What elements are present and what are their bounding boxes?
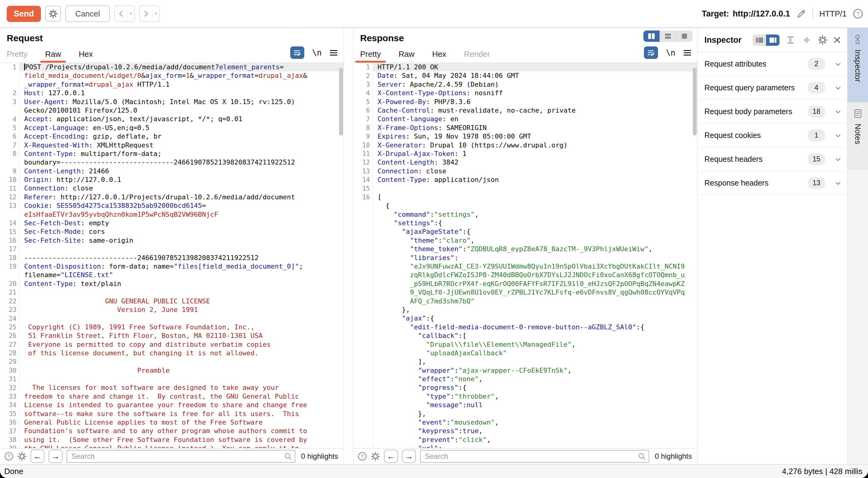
code-line[interactable]: 15Sec-Fetch-Mode: cors xyxy=(0,228,344,236)
help-icon[interactable]: ? xyxy=(853,8,863,19)
menu-icon[interactable] xyxy=(683,49,691,57)
chevron-down-icon[interactable] xyxy=(834,108,842,115)
code-line[interactable]: "command":"settings", xyxy=(353,210,698,219)
code-line[interactable]: 36General Public License applies to most… xyxy=(0,418,344,427)
code-line[interactable]: "theme_token":"ZQDBULqR8_eypZ8eA78_8azcT… xyxy=(353,245,698,253)
code-line[interactable]: 9Expires: Sun, 19 Nov 1978 05:00:00 GMT xyxy=(353,132,698,141)
code-line[interactable]: "event":"mousedown", xyxy=(353,418,698,427)
http-version-selector[interactable]: HTTP/1 xyxy=(819,9,847,19)
menu-icon[interactable] xyxy=(330,49,338,57)
code-line[interactable]: { xyxy=(353,202,698,210)
code-line[interactable]: 38using it. (Some other Free Software Fo… xyxy=(0,436,344,444)
code-line[interactable]: 24 xyxy=(0,314,344,323)
code-line[interactable]: 18----------------------------2466190785… xyxy=(0,253,344,262)
word-wrap-toggle-button[interactable] xyxy=(644,47,658,59)
tab-request-raw[interactable]: Raw xyxy=(45,50,61,59)
dock-left-button[interactable] xyxy=(753,34,766,46)
cancel-button[interactable]: Cancel xyxy=(65,5,110,22)
chevron-down-icon[interactable] xyxy=(834,84,842,92)
code-line[interactable]: zqRlkgDdlcFWZoISJP8-ZM40dBBQoOrbX7DYsLJ2… xyxy=(353,271,698,279)
code-line[interactable]: 10Origin: http://127.0.0.1 xyxy=(0,176,344,184)
word-wrap-toggle-button[interactable] xyxy=(290,47,304,59)
code-line[interactable]: 16[ xyxy=(353,193,698,202)
code-line[interactable]: 19Content-Disposition: form-data; name="… xyxy=(0,262,344,271)
side-tab-inspector[interactable]: Inspector xyxy=(847,28,868,102)
code-line[interactable]: 13Cookie: SESS05d4275ca1538832b5ab92000b… xyxy=(0,202,344,210)
code-line[interactable]: 16Sec-Fetch-Site: same-origin xyxy=(0,236,344,245)
code-line[interactable]: 28 of this license document, but changin… xyxy=(0,349,344,357)
send-button[interactable]: Send xyxy=(7,6,41,22)
code-line[interactable]: "wrapper":"ajax-wrapper--CFoEkE9TnSk", xyxy=(353,366,698,375)
next-dropdown-arrow[interactable] xyxy=(153,12,159,15)
inspector-settings-gear-icon[interactable] xyxy=(818,35,828,45)
search-settings-gear-icon[interactable] xyxy=(18,452,27,461)
code-line[interactable]: "uploadAjaxCallback" xyxy=(353,349,698,357)
code-line[interactable]: 12Referer: http://127.0.0.1/Projects/dru… xyxy=(0,193,344,202)
code-line[interactable]: Gecko/20100101 Firefox/125.0 xyxy=(0,106,344,115)
code-line[interactable]: 3User-Agent: Mozilla/5.0 (Macintosh; Int… xyxy=(0,98,344,106)
expand-all-icon[interactable] xyxy=(786,36,795,44)
code-line[interactable]: 39the GNU Lesser General Public License … xyxy=(0,444,344,448)
code-line[interactable]: "progress":{ xyxy=(353,383,698,392)
code-line[interactable]: 7Content-language: en xyxy=(353,115,698,123)
code-line[interactable]: 14Sec-Fetch-Dest: empty xyxy=(0,219,344,228)
code-line[interactable]: AFQ_c7md3shm7bQ" xyxy=(353,297,698,305)
tab-response-render[interactable]: Render xyxy=(464,50,490,59)
code-line[interactable]: 25 Copyright (C) 1989, 1991 Free Softwar… xyxy=(0,323,344,331)
code-line[interactable]: 4X-Content-Type-Options: nosniff xyxy=(353,89,698,97)
tab-response-pretty[interactable]: Pretty xyxy=(360,50,381,59)
collapse-all-icon[interactable] xyxy=(802,36,811,44)
chevron-down-icon[interactable] xyxy=(834,132,842,139)
code-line[interactable]: 20Content-Type: text/plain xyxy=(0,279,344,288)
inspector-section[interactable]: Request headers15 xyxy=(698,147,847,171)
request-editor[interactable]: 1POST /Projects/drupal-10.2.6/media/add/… xyxy=(0,63,344,448)
code-line[interactable]: 33freedom to share and change it. By con… xyxy=(0,392,344,401)
code-line[interactable]: 6Accept-Encoding: gzip, deflate, br xyxy=(0,132,344,141)
code-line[interactable]: 7X-Requested-With: XMLHttpRequest xyxy=(0,141,344,150)
code-line[interactable]: 14Content-Type: application/json xyxy=(353,176,698,184)
code-line[interactable]: 3Server: Apache/2.4.59 (Debian) xyxy=(353,80,698,89)
request-search-input[interactable] xyxy=(66,450,296,463)
tab-response-raw[interactable]: Raw xyxy=(399,50,414,59)
code-line[interactable]: 9_VQqLf0-JjUEwn8U1ov0EY_rZPBLJ1Yc7KLFsfq… xyxy=(353,288,698,297)
code-line[interactable]: 10X-Generator: Drupal 10 (https://www.dr… xyxy=(353,141,698,150)
code-line[interactable]: 29 xyxy=(0,357,344,366)
code-line[interactable]: 12Content-Length: 3842 xyxy=(353,158,698,167)
code-line[interactable]: 5X-Powered-By: PHP/8.3.6 xyxy=(353,98,698,106)
show-newlines-button[interactable]: \n xyxy=(666,48,675,57)
code-line[interactable]: 4Accept: application/json, text/javascri… xyxy=(0,115,344,123)
code-line[interactable]: "url": xyxy=(353,444,698,448)
code-line[interactable]: 32 The licenses for most software are de… xyxy=(0,383,344,392)
dock-right-button[interactable] xyxy=(766,34,779,46)
chevron-down-icon[interactable] xyxy=(834,179,842,187)
code-line[interactable]: 15 xyxy=(353,184,698,192)
code-line[interactable]: "ajaxPageState":{ xyxy=(353,228,698,236)
tab-request-hex[interactable]: Hex xyxy=(79,50,93,59)
code-line[interactable]: 30 Preamble xyxy=(0,366,344,375)
previous-dropdown-arrow[interactable] xyxy=(128,12,134,15)
code-line[interactable]: _pS9HLbR7ROcrPX4f-eqKGrOQ00FAFYFsR7IFZL9… xyxy=(353,279,698,288)
code-line[interactable]: 22 GNU GENERAL PUBLIC LICENSE xyxy=(0,297,344,305)
tab-request-pretty[interactable]: Pretty xyxy=(7,50,28,59)
request-scrollbar[interactable] xyxy=(339,68,343,136)
code-line[interactable]: _wrapper_format=drupal_ajax HTTP/1.1 xyxy=(0,80,344,89)
code-line[interactable]: }, xyxy=(353,305,698,314)
edit-target-pencil-icon[interactable] xyxy=(796,8,806,19)
search-settings-gear-icon[interactable] xyxy=(371,452,380,461)
code-line[interactable]: "settings":{ xyxy=(353,219,698,228)
search-help-icon[interactable]: ? xyxy=(4,452,13,461)
code-line[interactable]: "ajax":{ xyxy=(353,314,698,323)
code-line[interactable]: 34License is intended to guarantee your … xyxy=(0,401,344,409)
code-line[interactable]: "effect":"none", xyxy=(353,375,698,383)
code-line[interactable]: }, xyxy=(353,410,698,418)
code-line[interactable]: 11X-Drupal-Ajax-Token: 1 xyxy=(353,150,698,158)
inspector-section[interactable]: Request attributes2 xyxy=(698,52,847,76)
show-newlines-button[interactable]: \n xyxy=(312,48,322,57)
code-line[interactable]: 17 xyxy=(0,245,344,253)
search-previous-button[interactable]: ← xyxy=(384,450,398,463)
code-line[interactable]: ], xyxy=(353,357,698,366)
code-line[interactable]: 8Content-Type: multipart/form-data; xyxy=(0,150,344,158)
response-viewer[interactable]: 1HTTP/1.1 200 OK2Date: Sat, 04 May 2024 … xyxy=(353,63,698,448)
code-line[interactable]: eIsHfaaETVr3av95yvbqQhzn0kom1P5wPcNSqB2V… xyxy=(0,210,344,219)
code-line[interactable]: "prevent":"click", xyxy=(353,436,698,444)
